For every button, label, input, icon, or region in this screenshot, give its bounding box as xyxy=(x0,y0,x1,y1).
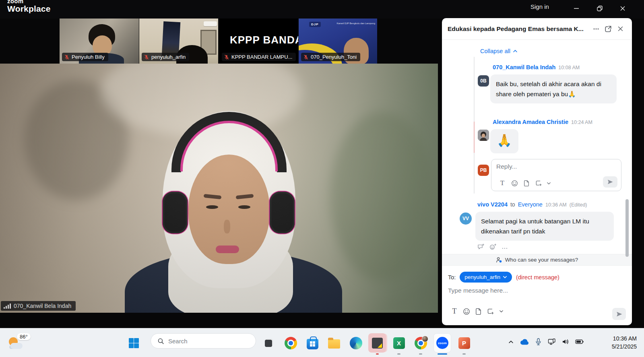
message-bubble[interactable]: Selamat pagi ka untuk batangan LM itu di… xyxy=(475,212,614,241)
video-tile-kppp-bandar-lampung[interactable]: KPPP BANDAR... KPPP BANDAR LAMPU... xyxy=(219,19,298,64)
tray-show-hidden-button[interactable] xyxy=(504,339,518,345)
chat-message-input[interactable] xyxy=(448,287,609,294)
cast-tray-button[interactable] xyxy=(545,338,559,345)
chat-title: Edukasi kepada Pedagang Emas bersama K..… xyxy=(448,25,590,33)
reply-input[interactable] xyxy=(496,163,589,170)
attach-file-button[interactable] xyxy=(520,180,533,187)
chrome-icon xyxy=(415,337,427,349)
reply-in-thread-button[interactable] xyxy=(477,244,485,252)
zoom-taskbar-button[interactable]: zoom xyxy=(436,336,449,350)
collapse-all-link[interactable]: Collapse all xyxy=(480,48,518,54)
brand-workplace: Workplace xyxy=(7,4,51,13)
add-reaction-button[interactable] xyxy=(489,244,497,252)
chat-send-button[interactable] xyxy=(612,308,626,320)
sticky-notes-attention-dot xyxy=(376,353,379,355)
excel-icon: X xyxy=(393,337,405,349)
sticky-notes-button[interactable] xyxy=(370,336,384,350)
chat-scrollbar[interactable] xyxy=(625,199,629,257)
onedrive-tray-button[interactable] xyxy=(518,339,531,345)
search-input[interactable] xyxy=(168,338,241,345)
privacy-note-bar[interactable]: Who can see your messages? xyxy=(442,254,632,266)
minimize-icon xyxy=(573,5,580,12)
to-word: to xyxy=(510,201,515,208)
attach-file-button[interactable] xyxy=(473,308,485,315)
message-bubble[interactable]: 🙏 xyxy=(490,129,518,153)
chat-more-button[interactable] xyxy=(590,23,602,35)
muted-mic-icon xyxy=(64,54,70,60)
more-options-chevron[interactable] xyxy=(497,309,506,314)
edge-taskbar-button[interactable] xyxy=(349,336,363,350)
speaker-shoulders xyxy=(125,252,342,313)
chrome-running-dot xyxy=(419,353,422,355)
sender-name[interactable]: 070_Kanwil Bela Indah xyxy=(493,64,555,70)
send-plane-icon xyxy=(607,179,613,185)
excel-taskbar-button[interactable]: X xyxy=(392,336,406,350)
chrome-taskbar-button[interactable] xyxy=(284,336,297,350)
active-speaker-video[interactable]: 070_Kanwil Bela Indah xyxy=(0,64,438,313)
close-window-button[interactable] xyxy=(613,2,632,15)
video-tile-penyuluh-billy[interactable]: Penyuluh Billy xyxy=(60,19,139,64)
chrome-icon xyxy=(285,337,297,349)
message-time: 10:36 AM xyxy=(545,202,567,208)
microphone-tray-button[interactable] xyxy=(531,338,545,345)
message-time: 10:08 AM xyxy=(558,65,580,70)
restore-button[interactable] xyxy=(590,2,609,15)
muted-mic-icon xyxy=(303,54,309,60)
to-label: To: xyxy=(448,274,456,281)
participant-name-badge: Penyuluh Billy xyxy=(62,53,108,61)
screenshot-button[interactable] xyxy=(485,308,497,315)
speaker-face xyxy=(216,246,239,253)
more-options-chevron[interactable] xyxy=(545,181,553,186)
powerpoint-taskbar-button[interactable]: P xyxy=(457,336,471,350)
folder-icon xyxy=(328,339,340,349)
task-view-icon xyxy=(264,338,274,348)
task-view-button[interactable] xyxy=(262,336,276,350)
avatar xyxy=(478,130,489,141)
weather-widget[interactable]: 86° xyxy=(6,332,28,353)
search-icon xyxy=(157,338,164,345)
compose-toolbar: T xyxy=(448,307,506,316)
file-explorer-button[interactable] xyxy=(327,336,341,350)
start-button[interactable] xyxy=(129,338,139,348)
volume-tray-button[interactable] xyxy=(559,338,572,345)
battery-tray-button[interactable] xyxy=(572,339,586,344)
excel-running-dot xyxy=(397,353,400,355)
room-ac-unit xyxy=(204,21,217,26)
sign-in-button[interactable]: Sign in xyxy=(530,3,549,10)
popout-icon xyxy=(605,25,612,33)
emoji-button[interactable] xyxy=(508,180,520,187)
recipient-selector[interactable]: penyuluh_arfin xyxy=(460,272,512,283)
microsoft-store-button[interactable] xyxy=(305,336,319,350)
muted-mic-icon xyxy=(144,54,149,60)
system-tray xyxy=(504,338,586,345)
video-tile-penyuluh-toni[interactable]: DJP Kanwil DJP Bengkulu dan Lampung 070_… xyxy=(299,19,377,64)
message-more-button[interactable] xyxy=(502,244,508,252)
sender-name[interactable]: vivo V2204 xyxy=(477,201,508,208)
reply-send-button[interactable] xyxy=(603,176,617,188)
format-text-button[interactable]: T xyxy=(496,179,508,187)
taskbar-search[interactable] xyxy=(151,333,256,349)
chevron-up-icon xyxy=(513,49,518,54)
emoji-button[interactable] xyxy=(460,308,473,315)
edge-icon xyxy=(350,337,362,349)
screenshot-button[interactable] xyxy=(533,180,545,187)
windows-taskbar: 86° X zoom P xyxy=(0,328,644,357)
chat-close-button[interactable] xyxy=(614,23,626,35)
muted-mic-icon xyxy=(224,54,229,60)
chat-popout-button[interactable] xyxy=(602,23,614,35)
minimize-button[interactable] xyxy=(567,2,586,15)
clock-date: 5/21/2025 xyxy=(612,343,637,351)
powerpoint-icon: P xyxy=(458,337,470,349)
powerpoint-running-dot xyxy=(462,353,466,355)
profile-photo xyxy=(478,130,489,141)
message-bubble[interactable]: Baik bu, setelah di akhir acara akan di … xyxy=(490,74,617,103)
recipient-name[interactable]: Everyone xyxy=(518,201,543,208)
chrome-profile-taskbar-button[interactable] xyxy=(414,336,427,350)
video-tile-penyuluh-arfin[interactable]: penyuluh_arfin xyxy=(139,19,218,64)
format-text-button[interactable]: T xyxy=(448,307,460,316)
sender-name[interactable]: Alexandra Amadea Christie xyxy=(493,119,568,125)
speaker-face xyxy=(188,155,270,264)
participant-name: KPPP BANDAR LAMPU... xyxy=(231,54,292,60)
direct-message-note: (direct message) xyxy=(516,274,559,281)
taskbar-clock[interactable]: 10:36 AM 5/21/2025 xyxy=(612,334,637,351)
